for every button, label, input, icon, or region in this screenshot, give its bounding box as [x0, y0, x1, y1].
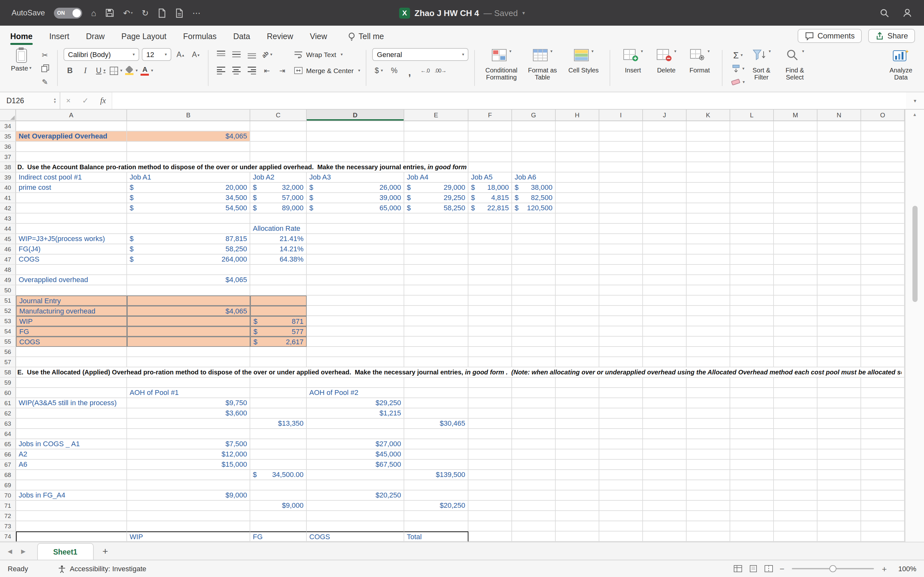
cell-N55[interactable] [817, 337, 861, 347]
cell-E57[interactable] [404, 357, 468, 367]
cell-A34[interactable] [16, 121, 127, 131]
cell-C45[interactable]: 21.41% [250, 234, 307, 244]
cell-E45[interactable] [404, 234, 468, 244]
cell-M42[interactable] [774, 203, 817, 213]
cell-E56[interactable] [404, 347, 468, 357]
home-icon[interactable]: ⌂ [91, 9, 96, 17]
row-header-40[interactable]: 40 [0, 183, 16, 193]
cell-K35[interactable] [687, 131, 730, 142]
cell-H67[interactable] [556, 460, 599, 470]
fill-button[interactable]: ▾ [731, 62, 745, 74]
cell-E41[interactable]: $29,250 [404, 193, 468, 203]
cell-N36[interactable] [817, 142, 861, 152]
cell-K56[interactable] [687, 347, 730, 357]
cell-J73[interactable] [643, 521, 687, 532]
cell-H37[interactable] [556, 152, 599, 162]
cell-B61[interactable]: $9,750 [127, 398, 250, 408]
cell-O39[interactable] [861, 172, 905, 183]
cell-L46[interactable] [730, 244, 774, 255]
cell-E34[interactable] [404, 121, 468, 131]
cell-J50[interactable] [643, 285, 687, 295]
cell-K38[interactable] [687, 162, 730, 172]
cell-I35[interactable] [599, 131, 643, 142]
tab-formulas[interactable]: Formulas [182, 29, 218, 45]
cell-A47[interactable]: COGS [16, 255, 127, 265]
cell-F35[interactable] [468, 131, 512, 142]
cell-G73[interactable] [512, 521, 556, 532]
cell-K63[interactable] [687, 419, 730, 429]
cell-M36[interactable] [774, 142, 817, 152]
cell-styles-button[interactable]: ▾ Cell Styles [563, 47, 604, 89]
cell-I68[interactable] [599, 470, 643, 480]
cell-M52[interactable] [774, 306, 817, 316]
cell-I65[interactable] [599, 439, 643, 450]
cell-E74[interactable]: Total [404, 532, 468, 542]
cell-J59[interactable] [643, 378, 687, 388]
cell-D59[interactable] [307, 378, 404, 388]
cell-L61[interactable] [730, 398, 774, 408]
cell-H56[interactable] [556, 347, 599, 357]
align-top-button[interactable] [214, 48, 227, 61]
cell-O74[interactable] [861, 532, 905, 542]
cell-M59[interactable] [774, 378, 817, 388]
cell-O48[interactable] [861, 265, 905, 275]
cell-F51[interactable] [468, 295, 512, 306]
cell-J36[interactable] [643, 142, 687, 152]
cell-N70[interactable] [817, 490, 861, 501]
cell-K47[interactable] [687, 255, 730, 265]
cell-L73[interactable] [730, 521, 774, 532]
cell-D42[interactable]: $65,000 [307, 203, 404, 213]
cell-L64[interactable] [730, 429, 774, 439]
cell-M73[interactable] [774, 521, 817, 532]
cell-N72[interactable] [817, 511, 861, 521]
cell-G44[interactable] [512, 224, 556, 234]
cell-K41[interactable] [687, 193, 730, 203]
name-box-stepper[interactable]: ▴▾ [54, 97, 56, 104]
font-size-select[interactable]: 12▾ [142, 48, 171, 61]
cell-B67[interactable]: $15,000 [127, 460, 250, 470]
cell-H50[interactable] [556, 285, 599, 295]
cell-A40[interactable]: prime cost [16, 183, 127, 193]
cell-K54[interactable] [687, 326, 730, 337]
cell-M50[interactable] [774, 285, 817, 295]
cell-N35[interactable] [817, 131, 861, 142]
cell-I36[interactable] [599, 142, 643, 152]
cell-J71[interactable] [643, 501, 687, 511]
cell-J43[interactable] [643, 213, 687, 224]
cell-I69[interactable] [599, 480, 643, 490]
cell-A51[interactable]: Journal Entry [16, 295, 127, 306]
tab-home[interactable]: Home [9, 29, 34, 45]
column-header-E[interactable]: E [404, 110, 468, 121]
cell-O46[interactable] [861, 244, 905, 255]
cell-B51[interactable] [127, 295, 250, 306]
column-header-M[interactable]: M [774, 110, 817, 121]
cell-O72[interactable] [861, 511, 905, 521]
cell-J60[interactable] [643, 388, 687, 398]
account-icon[interactable] [902, 8, 913, 18]
cell-G71[interactable] [512, 501, 556, 511]
cell-M68[interactable] [774, 470, 817, 480]
cell-D55[interactable] [307, 337, 404, 347]
cell-A56[interactable] [16, 347, 127, 357]
cell-K43[interactable] [687, 213, 730, 224]
cell-D39[interactable]: Job A3 [307, 172, 404, 183]
cell-L48[interactable] [730, 265, 774, 275]
cell-A53[interactable]: WIP [16, 316, 127, 326]
cell-I37[interactable] [599, 152, 643, 162]
cell-K64[interactable] [687, 429, 730, 439]
cell-A39[interactable]: Indirect cost pool #1 [16, 172, 127, 183]
cell-B73[interactable] [127, 521, 250, 532]
cell-N47[interactable] [817, 255, 861, 265]
cell-M49[interactable] [774, 275, 817, 285]
column-header-F[interactable]: F [468, 110, 512, 121]
cell-L47[interactable] [730, 255, 774, 265]
row-header-42[interactable]: 42 [0, 203, 16, 213]
cell-F74[interactable] [468, 532, 512, 542]
row-header-49[interactable]: 49 [0, 275, 16, 285]
row-header-54[interactable]: 54 [0, 326, 16, 337]
cell-O52[interactable] [861, 306, 905, 316]
row-header-67[interactable]: 67 [0, 460, 16, 470]
clear-button[interactable]: ▾ [731, 76, 745, 88]
cell-J67[interactable] [643, 460, 687, 470]
cell-E65[interactable] [404, 439, 468, 450]
